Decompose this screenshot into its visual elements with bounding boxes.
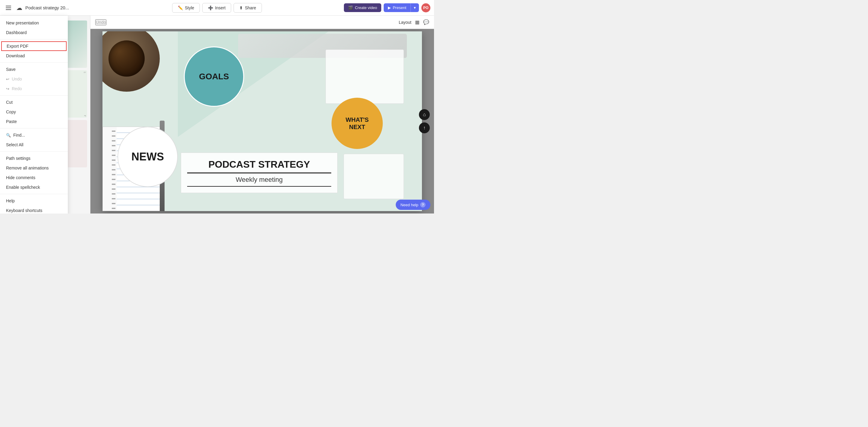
toolbar-right: 🎬 Create video ▶ Present ▾ PO xyxy=(262,3,430,12)
menu-item-path-settings[interactable]: Path settings xyxy=(0,153,68,163)
insert-button[interactable]: ➕ Insert xyxy=(202,3,231,13)
white-box-top xyxy=(326,50,404,104)
create-video-button[interactable]: 🎬 Create video xyxy=(344,3,381,12)
white-box-bottom xyxy=(344,154,404,199)
menu-divider-6 xyxy=(0,194,68,194)
menu-item-redo[interactable]: ↪ Redo xyxy=(0,84,68,93)
help-circle: ? xyxy=(420,202,426,208)
menu-item-keyboard-shortcuts[interactable]: Keyboard shortcuts xyxy=(0,206,68,214)
menu-item-export-pdf[interactable]: Export PDF xyxy=(1,41,67,51)
present-dropdown-arrow[interactable]: ▾ xyxy=(410,3,419,12)
menu-item-download[interactable]: Download xyxy=(0,51,68,61)
home-button[interactable]: ⌂ xyxy=(419,109,430,120)
menu-divider-3 xyxy=(0,95,68,96)
news-circle: NEWS xyxy=(118,127,178,187)
video-icon: 🎬 xyxy=(348,5,353,10)
menu-item-undo[interactable]: ↩ Undo xyxy=(0,74,68,84)
up-icon: ↑ xyxy=(423,125,426,130)
podcast-title: PODCAST STRATEGY xyxy=(187,159,331,173)
main-text-box: PODCAST STRATEGY Weekly meeting xyxy=(181,153,338,193)
layout-area: Layout ▦ 💬 xyxy=(399,19,429,25)
whats-next-circle: WHAT'S NEXT xyxy=(332,98,383,149)
scroll-up-button[interactable]: ↑ xyxy=(419,122,430,133)
menu-item-copy[interactable]: Copy xyxy=(0,107,68,117)
toolbar-center: ✏️ Style ➕ Insert ⬆ Share xyxy=(172,3,262,13)
menu-item-dashboard[interactable]: Dashboard xyxy=(0,28,68,37)
menu-item-hide-comments[interactable]: Hide comments xyxy=(0,173,68,182)
menu-item-paste[interactable]: Paste xyxy=(0,117,68,126)
doc-title: Podcast strategy 20... xyxy=(25,5,69,10)
insert-icon: ➕ xyxy=(208,5,213,10)
dropdown-menu: New presentation Dashboard Export PDF Do… xyxy=(0,16,68,214)
goals-circle: GOALS xyxy=(184,47,244,107)
menu-item-new-presentation[interactable]: New presentation xyxy=(0,18,68,28)
need-help-button[interactable]: Need help ? xyxy=(396,200,430,210)
menu-item-remove-animations[interactable]: Remove all animations xyxy=(0,163,68,173)
layout-label: Layout xyxy=(399,20,411,25)
redo-icon: ↪ xyxy=(6,87,9,91)
home-icon: ⌂ xyxy=(423,112,426,117)
avatar: PO xyxy=(421,3,430,12)
layout-comment-icon[interactable]: 💬 xyxy=(423,19,429,25)
find-icon: 🔍 xyxy=(6,133,11,138)
undo-icon: ↩ xyxy=(6,77,9,82)
toolbar-left: ☁ Podcast strategy 20... xyxy=(4,3,172,13)
share-icon: ⬆ xyxy=(239,5,243,10)
right-panel-buttons: ⌂ ↑ xyxy=(419,109,430,133)
menu-divider-5 xyxy=(0,151,68,152)
share-button[interactable]: ⬆ Share xyxy=(234,3,261,13)
present-main[interactable]: ▶ Present xyxy=(384,3,410,12)
menu-divider-4 xyxy=(0,128,68,128)
secondary-bar: Undo Layout ▦ 💬 xyxy=(90,16,434,29)
undo-button[interactable]: Undo xyxy=(95,19,106,25)
menu-item-help[interactable]: Help xyxy=(0,196,68,206)
whats-next-text: WHAT'S NEXT xyxy=(346,116,369,130)
menu-item-save[interactable]: Save xyxy=(0,64,68,74)
notebook-spiral xyxy=(112,127,116,211)
menu-item-find[interactable]: 🔍 Find... xyxy=(0,130,68,140)
goals-text: GOALS xyxy=(199,72,229,82)
present-button[interactable]: ▶ Present ▾ xyxy=(384,3,419,12)
menu-item-select-all[interactable]: Select All xyxy=(0,140,68,150)
menu-item-cut[interactable]: Cut xyxy=(0,97,68,107)
news-text: NEWS xyxy=(131,150,164,163)
cloud-icon: ☁ xyxy=(16,4,22,11)
toolbar: ☁ Podcast strategy 20... ✏️ Style ➕ Inse… xyxy=(0,0,434,16)
podcast-subtitle: Weekly meeting xyxy=(187,176,331,187)
menu-divider-2 xyxy=(0,62,68,63)
layout-grid-icon[interactable]: ▦ xyxy=(415,19,420,25)
menu-divider-1 xyxy=(0,39,68,39)
hamburger-button[interactable] xyxy=(4,3,13,13)
style-icon: ✏️ xyxy=(178,5,183,10)
canvas-area: GOALS WHAT'S NEXT PODCAST STRATEGY Weekl… xyxy=(90,29,434,214)
play-icon: ▶ xyxy=(388,5,391,10)
style-button[interactable]: ✏️ Style xyxy=(172,3,200,13)
slide-canvas: GOALS WHAT'S NEXT PODCAST STRATEGY Weekl… xyxy=(102,31,422,211)
menu-item-enable-spellcheck[interactable]: Enable spellcheck xyxy=(0,182,68,192)
